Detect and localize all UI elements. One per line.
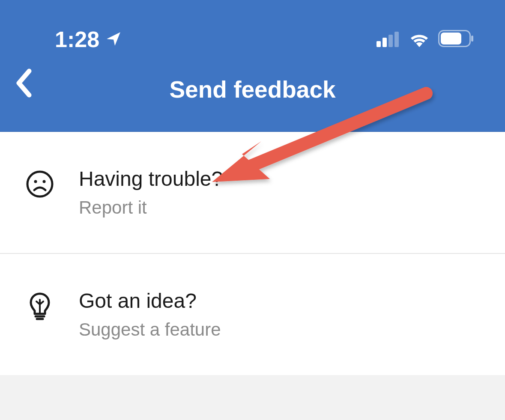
option-text: Having trouble? Report it [79, 167, 223, 218]
wifi-icon [408, 27, 430, 52]
empty-area [0, 375, 505, 420]
lightbulb-icon [26, 292, 54, 321]
svg-point-7 [27, 172, 52, 197]
status-time: 1:28 [55, 27, 99, 52]
chevron-left-icon [15, 69, 33, 98]
location-icon [105, 27, 122, 52]
nav-bar: Send feedback [0, 52, 505, 103]
option-subtitle: Suggest a feature [79, 319, 221, 340]
svg-rect-2 [388, 35, 393, 47]
option-report-trouble[interactable]: Having trouble? Report it [0, 132, 505, 254]
svg-rect-0 [377, 41, 381, 47]
option-text: Got an idea? Suggest a feature [79, 289, 221, 340]
option-title: Got an idea? [79, 289, 221, 313]
page-title: Send feedback [17, 76, 488, 103]
option-suggest-feature[interactable]: Got an idea? Suggest a feature [0, 254, 505, 375]
svg-rect-5 [441, 33, 461, 45]
option-title: Having trouble? [79, 167, 223, 191]
feedback-options: Having trouble? Report it Got an idea? S… [0, 132, 505, 375]
app-header: 1:28 [0, 0, 505, 132]
cellular-signal-icon [377, 27, 400, 52]
back-button[interactable] [15, 69, 33, 99]
status-left: 1:28 [55, 27, 122, 52]
sad-face-icon [26, 170, 54, 198]
svg-rect-3 [394, 32, 399, 47]
svg-rect-6 [471, 36, 473, 42]
option-subtitle: Report it [79, 197, 223, 218]
status-right [377, 27, 474, 52]
svg-point-8 [34, 180, 37, 183]
status-bar: 1:28 [0, 0, 505, 52]
battery-icon [438, 27, 474, 52]
svg-point-9 [43, 180, 46, 183]
svg-rect-1 [382, 38, 387, 47]
